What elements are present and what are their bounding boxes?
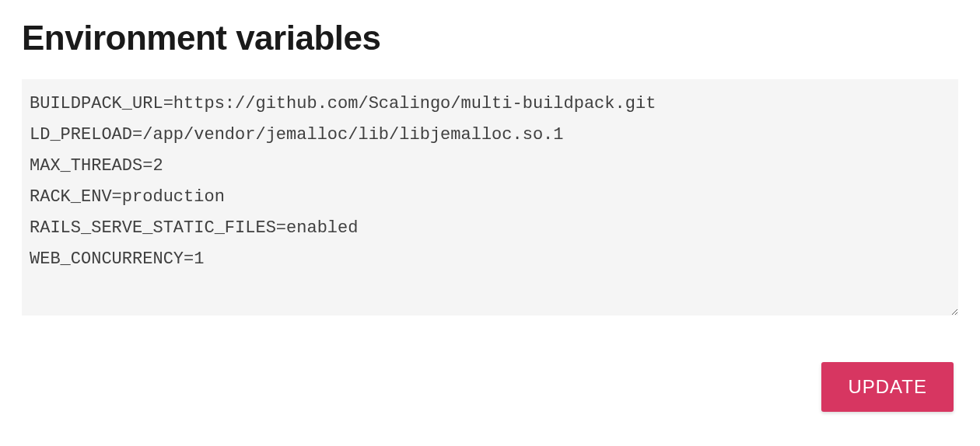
- update-button[interactable]: UPDATE: [821, 362, 954, 412]
- actions-row: UPDATE: [22, 362, 958, 412]
- page-title: Environment variables: [22, 19, 958, 57]
- environment-variables-textarea[interactable]: [22, 79, 958, 315]
